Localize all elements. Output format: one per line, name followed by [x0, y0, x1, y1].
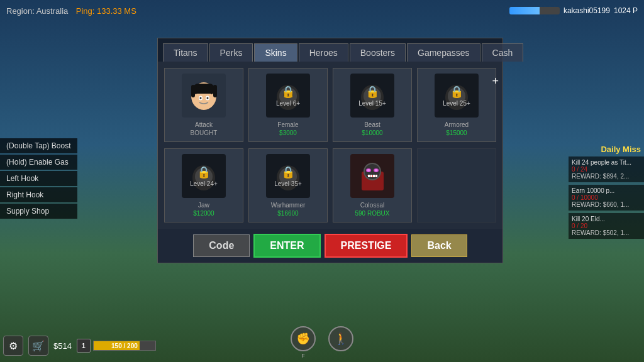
skin-card-colossal[interactable]: Colossal 590 ROBUX [333, 148, 412, 222]
skin-grid-row1: Attack BOUGHT 🔒 Level 6+ Female $3000 [158, 62, 502, 148]
bottom-hud: ⚙ 🛒 $514 1 150 / 200 [3, 336, 156, 356]
cursor-indicator: + [492, 75, 499, 88]
code-button[interactable]: Code [193, 234, 250, 257]
skin-card-female[interactable]: 🔒 Level 6+ Female $3000 [248, 68, 328, 142]
level-badge: 1 [77, 339, 91, 353]
skin-avatar-attack [182, 74, 226, 118]
skin-card-empty [417, 148, 496, 222]
skin-card-jaw[interactable]: 🔒 Level 24+ Jaw $12000 [164, 148, 243, 222]
tab-gamepasses[interactable]: Gamepasses [407, 43, 480, 62]
colossal-head-svg [355, 159, 390, 194]
lock-level-beast: Level 15+ [358, 100, 386, 107]
warhammer-lock-overlay: 🔒 Level 35+ [266, 154, 310, 198]
tab-boosters[interactable]: Boosters [350, 43, 406, 62]
svg-point-29 [374, 169, 377, 172]
mission-desc-3: Kill 20 Eld... [572, 216, 641, 222]
skin-name-beast: Beast [364, 121, 380, 128]
top-bar: Region: Australia Ping: 133.33 MS kakash… [0, 5, 644, 16]
skin-avatar-armored: 🔒 Level 25+ [435, 74, 479, 118]
skin-price-armored: $15000 [446, 129, 467, 136]
tab-cash[interactable]: Cash [482, 43, 524, 62]
lock-icon-jaw: 🔒 [197, 165, 211, 179]
skin-name-jaw: Jaw [198, 202, 209, 209]
action-btn-2[interactable]: 🚶 [328, 326, 353, 351]
sidebar-btn-gas[interactable]: (Hold) Enable Gas [0, 155, 77, 170]
svg-rect-1 [193, 84, 214, 95]
beast-lock-overlay: 🔒 Level 15+ [350, 74, 394, 118]
svg-rect-30 [368, 175, 370, 177]
female-lock-overlay: 🔒 Level 6+ [266, 74, 310, 118]
mission-desc-2: Earn 10000 p... [572, 187, 641, 194]
skin-card-beast[interactable]: 🔒 Level 15+ Beast $10000 [333, 68, 412, 142]
sidebar-btn-left-hook[interactable]: Left Hook [0, 171, 77, 186]
ping-info: Ping: 133.33 MS [76, 6, 136, 16]
sidebar-btn-boost[interactable]: (Double Tap) Boost [0, 138, 77, 153]
skin-avatar-jaw: 🔒 Level 24+ [182, 154, 226, 198]
skin-name-warhammer: Warhammer [271, 202, 306, 209]
skin-name-female: Female [277, 121, 298, 128]
tab-perks[interactable]: Perks [209, 43, 253, 62]
action-label-f: F [301, 353, 305, 359]
main-modal: Titans Perks Skins Heroes Boosters Gamep… [157, 38, 503, 263]
skin-status-attack: BOUGHT [191, 129, 218, 136]
lock-icon-beast: 🔒 [365, 85, 379, 99]
skin-avatar-colossal [350, 154, 394, 198]
currency-display: $514 [53, 341, 72, 351]
skin-name-attack: Attack [195, 121, 213, 128]
skin-name-armored: Armored [445, 121, 469, 128]
skin-card-warhammer[interactable]: 🔒 Level 35+ Warhammer $16600 [248, 148, 328, 222]
action-btn-1[interactable]: ✊ [291, 326, 316, 351]
tab-titans[interactable]: Titans [163, 43, 208, 62]
svg-point-8 [206, 97, 208, 99]
armored-lock-overlay: 🔒 Level 25+ [435, 74, 479, 118]
mission-item-1: Kill 24 people as Tit... 0 / 24 REWARD: … [569, 156, 644, 182]
player-points: 1024 P [614, 6, 638, 15]
mission-progress-1: 0 / 24 [572, 166, 641, 173]
skin-card-armored[interactable]: 🔒 Level 25+ Armored $15000 + [417, 68, 496, 142]
player-level-bar [509, 7, 560, 14]
lock-level-warhammer: Level 35+ [274, 180, 302, 187]
mission-reward-2: REWARD: $660, 1... [572, 201, 641, 208]
mission-progress-3: 0 / 20 [572, 222, 641, 229]
gear-button[interactable]: ⚙ [3, 336, 23, 356]
svg-point-28 [367, 169, 370, 172]
sidebar-btn-supply-shop[interactable]: Supply Shop [0, 204, 77, 219]
skin-price-jaw: $12000 [193, 210, 214, 217]
region-info: Region: Australia [6, 6, 68, 16]
skin-price-female: $3000 [279, 129, 297, 136]
region-ping: Region: Australia Ping: 133.33 MS [6, 5, 136, 16]
skin-price-warhammer: $16600 [277, 210, 298, 217]
shop-button[interactable]: 🛒 [28, 336, 48, 356]
svg-rect-31 [370, 175, 372, 177]
tab-bar: Titans Perks Skins Heroes Boosters Gamep… [158, 38, 502, 62]
tab-heroes[interactable]: Heroes [299, 43, 348, 62]
lock-level-jaw: Level 24+ [190, 180, 218, 187]
missions-title: Daily Miss [569, 145, 644, 154]
svg-point-7 [199, 97, 201, 99]
left-sidebar: (Double Tap) Boost (Hold) Enable Gas Lef… [0, 138, 77, 219]
skin-card-attack[interactable]: Attack BOUGHT [164, 68, 243, 142]
lock-level-armored: Level 25+ [443, 100, 470, 107]
back-button[interactable]: Back [411, 234, 467, 257]
enter-button[interactable]: ENTER [253, 234, 320, 258]
skin-avatar-warhammer: 🔒 Level 35+ [266, 154, 310, 198]
mission-desc-1: Kill 24 people as Tit... [572, 159, 641, 166]
skin-grid-row2: 🔒 Level 24+ Jaw $12000 🔒 Level 35+ Warha… [158, 148, 502, 229]
bottom-center-actions: ✊ F 🚶 [291, 326, 353, 359]
svg-rect-10 [213, 85, 217, 97]
tab-skins[interactable]: Skins [254, 43, 297, 62]
svg-rect-33 [375, 175, 377, 177]
lock-icon-female: 🔒 [281, 85, 295, 99]
prestige-button[interactable]: PRESTIGE [325, 234, 408, 258]
jaw-lock-overlay: 🔒 Level 24+ [182, 154, 226, 198]
sidebar-btn-right-hook[interactable]: Right Hook [0, 187, 77, 202]
mission-progress-2: 0 / 10000 [572, 194, 641, 201]
skin-name-colossal: Colossal [360, 202, 384, 209]
skin-avatar-beast: 🔒 Level 15+ [350, 74, 394, 118]
daily-missions: Daily Miss Kill 24 people as Tit... 0 / … [569, 145, 644, 239]
xp-bar-container: 150 / 200 [93, 341, 156, 351]
player-name: kakashi05199 [564, 6, 610, 15]
svg-rect-9 [191, 85, 195, 97]
svg-rect-4 [196, 94, 212, 100]
mission-item-3: Kill 20 Eld... 0 / 20 REWARD: $502, 1... [569, 213, 644, 239]
